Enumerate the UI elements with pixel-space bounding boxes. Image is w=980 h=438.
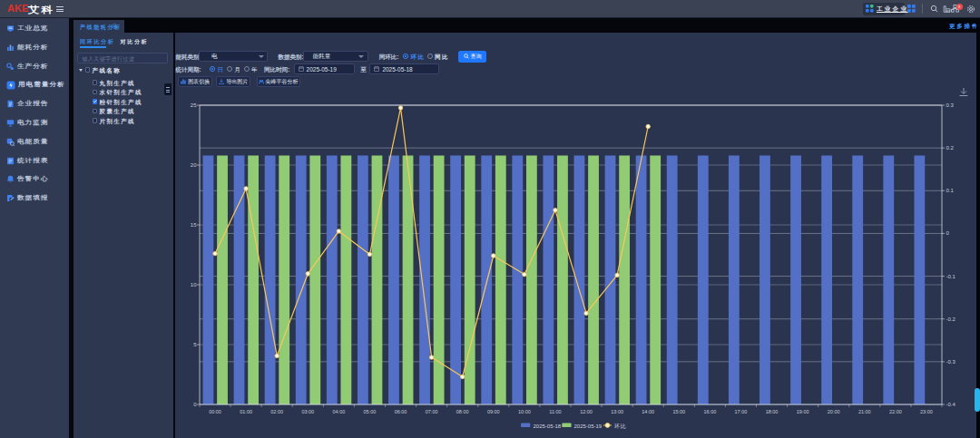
svg-text:5: 5 [193,342,197,347]
svg-text:12:00: 12:00 [580,409,593,414]
svg-text:2025-05-18: 2025-05-18 [534,423,562,429]
svg-text:0: 0 [193,402,197,407]
svg-text:10: 10 [191,282,197,287]
svg-text:00:00: 00:00 [209,409,221,414]
svg-text:10:00: 10:00 [518,409,531,414]
svg-text:-0.3: -0.3 [946,359,956,365]
svg-text:环比: 环比 [614,423,627,429]
svg-text:18:00: 18:00 [766,409,779,414]
svg-text:11:00: 11:00 [549,409,561,414]
svg-text:-0.1: -0.1 [946,274,956,279]
svg-text:0.1: 0.1 [946,188,955,193]
svg-text:-0.2: -0.2 [946,316,956,322]
svg-text:02:00: 02:00 [270,409,283,414]
svg-text:21:00: 21:00 [858,409,871,414]
svg-text:2025-05-19: 2025-05-19 [574,423,603,429]
svg-text:20: 20 [191,162,197,168]
svg-text:04:00: 04:00 [332,409,345,414]
svg-text:14:00: 14:00 [642,409,654,414]
svg-text:0.2: 0.2 [946,145,955,151]
svg-text:16:00: 16:00 [703,409,716,414]
svg-text:-0.4: -0.4 [946,402,956,407]
svg-text:23:00: 23:00 [920,409,933,414]
svg-text:07:00: 07:00 [426,409,438,414]
svg-text:06:00: 06:00 [395,409,407,414]
svg-text:20:00: 20:00 [828,409,840,414]
svg-text:17:00: 17:00 [735,409,748,414]
svg-text:19:00: 19:00 [797,409,809,414]
svg-text:01:00: 01:00 [240,409,252,414]
svg-text:13:00: 13:00 [611,409,623,414]
svg-text:09:00: 09:00 [487,409,500,414]
svg-text:08:00: 08:00 [456,409,469,414]
svg-text:15: 15 [191,222,197,228]
svg-text:0: 0 [946,230,950,236]
svg-text:15:00: 15:00 [672,409,685,414]
svg-text:22:00: 22:00 [889,409,902,414]
svg-text:25: 25 [191,102,197,108]
svg-text:05:00: 05:00 [364,409,377,414]
svg-text:0.3: 0.3 [946,102,955,108]
svg-text:03:00: 03:00 [301,409,314,414]
